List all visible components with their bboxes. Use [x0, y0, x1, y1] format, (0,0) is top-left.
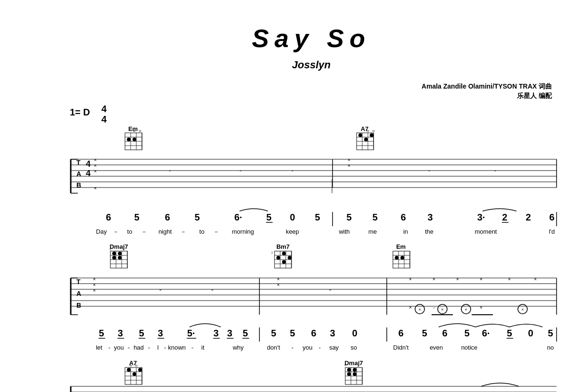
staff1-x2: × [94, 163, 97, 168]
num3-4: 3 [158, 328, 163, 338]
lyric1-dash2: － [141, 228, 147, 235]
staff2-x5: × [277, 282, 280, 287]
tab-b: B [76, 181, 81, 189]
lyric2-9: you [303, 344, 313, 351]
lyric2-15: no [547, 344, 554, 351]
num2-3: 6 [400, 212, 406, 222]
num1-1: 6 [106, 212, 111, 222]
staff2-circle3-x: × [465, 307, 467, 312]
dmaj7-dot1 [112, 252, 116, 255]
lyric1-2: to [127, 228, 133, 235]
lyric1-10: the [425, 228, 433, 235]
slur6 [509, 324, 542, 327]
num1-7: 0 [290, 212, 295, 222]
staff2-x2: × [93, 282, 96, 287]
staff2-x8: × [456, 276, 459, 282]
staff1-dash4: - [428, 167, 431, 174]
a7-row3-dot2 [133, 372, 136, 376]
num2-5: 3· [477, 212, 485, 222]
slur3 [190, 324, 221, 327]
tab2-b: B [76, 302, 81, 309]
chord-a7-dot1 [358, 133, 362, 137]
staff1-dash2: - [240, 167, 242, 174]
staff2-bx3: × [480, 304, 483, 310]
lyric1-3: night [158, 228, 172, 235]
num2-2: 5 [372, 212, 377, 222]
staff1-x5: × [348, 163, 350, 168]
lyric2-d6: - [291, 344, 293, 351]
lyric2-8: don't [267, 344, 280, 351]
em2-dot2 [400, 256, 404, 260]
lyric2-6: it [201, 344, 205, 351]
slur2 [483, 209, 516, 211]
em2-dot1 [395, 256, 399, 260]
num2-8: 6 [549, 212, 554, 222]
bm7-dot1 [276, 256, 280, 260]
slur7 [481, 383, 519, 386]
staff2-circle1-x: × [418, 307, 421, 312]
tab-a: A [76, 170, 81, 178]
slur1 [240, 209, 268, 211]
staff2-x10: × [508, 276, 511, 282]
page: Say So Josslyn Amala Zandile Olamini/TYS… [0, 0, 566, 392]
staff1-dash5: - [494, 167, 497, 174]
num1-6: 5 [266, 212, 271, 222]
dmaj7-dot3 [112, 256, 116, 260]
lyric1-dash4: － [213, 228, 219, 235]
chord-a7-open1: o [367, 128, 369, 133]
time-sig-top: 4 [101, 104, 107, 114]
staff1-dash1: - [169, 167, 171, 174]
num4-3: 6 [311, 328, 316, 338]
lyric1-dash1: － [113, 228, 119, 235]
num5-8: 5 [548, 328, 553, 338]
tab-t: T [76, 159, 81, 166]
lyric2-4: l [158, 344, 159, 351]
staff2-bx1: × [409, 304, 412, 310]
chord-dmaj7-row3-label: Dmaj7 [344, 359, 363, 367]
lyric2-5: known [168, 344, 186, 351]
lyric1-5: morning [232, 228, 254, 235]
lyric1-8: me [368, 228, 377, 235]
lyric2-2: you [114, 344, 124, 351]
staff2-circle4-x: × [521, 307, 524, 312]
title: Say So [252, 24, 371, 52]
staff1-time-bottom: 4 [86, 169, 91, 178]
lyric2-d3: - [148, 344, 150, 351]
lyric1-11: moment [475, 228, 497, 235]
lyric1-12: l'd [549, 228, 555, 235]
dmaj7-row3-dot3 [347, 372, 351, 376]
num3-6: 3 [213, 328, 218, 338]
staff2-x3: × [93, 287, 96, 293]
slur4 [439, 324, 475, 327]
staff2-circle2-x: × [441, 307, 443, 312]
lyric2-d4: - [164, 344, 166, 351]
chord-em2-label: Em [396, 243, 406, 250]
staff2-dash1: - [159, 286, 162, 294]
num5-7: 0 [528, 328, 533, 338]
lyric1-7: with [338, 228, 350, 235]
staff2-dash3: - [329, 286, 332, 294]
num3-1: 5 [99, 328, 104, 338]
slur5 [475, 324, 509, 327]
num4-2: 5 [290, 328, 295, 338]
staff1-x1: × [94, 157, 97, 163]
staff1-time-top: 4 [86, 159, 91, 169]
num2-4: 3 [427, 212, 433, 222]
staff1-x3: × [94, 168, 97, 174]
staff2-x9: × [480, 276, 483, 282]
staff1-x4: × [348, 157, 350, 163]
lyric2-10: say [329, 344, 339, 351]
lyric1-9: in [403, 228, 408, 235]
time-sig-bottom: 4 [101, 114, 107, 124]
num5-1: 6 [398, 328, 403, 338]
dmaj7-dot2 [118, 252, 122, 255]
chord-dmaj7-label: Dmaj7 [109, 243, 128, 250]
dmaj7-row3-dot1 [347, 368, 351, 372]
lyric2-d1: - [108, 344, 110, 351]
lyric1-4: to [200, 228, 205, 235]
bm7-fret: ² [271, 251, 273, 255]
lyric2-12: Didn't [393, 344, 409, 351]
lyric1-dash3: － [180, 228, 186, 235]
dmaj7-x: × [109, 247, 111, 252]
lyric2-d5: - [191, 344, 193, 351]
